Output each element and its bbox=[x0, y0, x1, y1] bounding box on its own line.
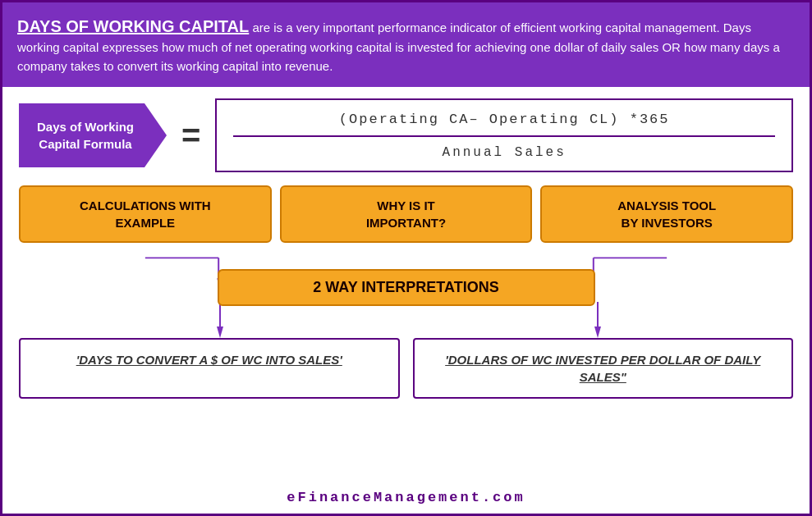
bottom-box-right-text: 'DOLLARS OF WC INVESTED PER DOLLAR OF DA… bbox=[445, 353, 760, 384]
vertical-connectors-svg bbox=[19, 302, 793, 338]
header-title-bold: DAYS OF WORKING CAPITAL bbox=[17, 17, 249, 35]
btn-why-important[interactable]: WHY IS ITIMPORTANT? bbox=[280, 185, 533, 243]
fraction-divider bbox=[233, 135, 775, 137]
svg-marker-9 bbox=[594, 326, 601, 338]
formula-label-line1: Days of Working bbox=[37, 120, 134, 134]
header-section: DAYS OF WORKING CAPITAL are is a very im… bbox=[2, 2, 810, 87]
formula-section: Days of Working Capital Formula = (Opera… bbox=[2, 87, 810, 180]
vertical-connectors bbox=[19, 302, 793, 338]
btn-analysis-tool[interactable]: ANALYSIS TOOLBY INVESTORS bbox=[540, 185, 793, 243]
btn-calculations[interactable]: CALCULATIONS WITHEXAMPLE bbox=[19, 185, 272, 243]
page-wrapper: DAYS OF WORKING CAPITAL are is a very im… bbox=[0, 0, 812, 516]
svg-marker-7 bbox=[217, 326, 223, 338]
equals-sign: = bbox=[181, 117, 200, 154]
interp-banner-wrapper: 2 WAY INTERPRETATIONS bbox=[218, 269, 595, 306]
bottom-box-left-text: 'DAYS TO CONVERT A $ OF WC INTO SALES' bbox=[76, 353, 342, 367]
interpretations-section: 2 WAY INTERPRETATIONS bbox=[2, 251, 810, 338]
buttons-row: CALCULATIONS WITHEXAMPLE WHY IS ITIMPORT… bbox=[2, 180, 810, 251]
fraction-numerator: (Operating CA– Operating CL) *365 bbox=[339, 112, 670, 127]
footer: eFinanceManagement.com bbox=[2, 483, 810, 514]
formula-arrow-label: Days of Working Capital Formula bbox=[19, 103, 167, 167]
arrows-and-banner: 2 WAY INTERPRETATIONS bbox=[19, 254, 793, 302]
footer-text: eFinanceManagement.com bbox=[287, 490, 525, 505]
bottom-box-right: 'DOLLARS OF WC INVESTED PER DOLLAR OF DA… bbox=[413, 338, 794, 399]
bottom-box-left: 'DAYS TO CONVERT A $ OF WC INTO SALES' bbox=[19, 338, 400, 399]
formula-label-line2: Capital Formula bbox=[39, 137, 131, 151]
fraction-box: (Operating CA– Operating CL) *365 Annual… bbox=[215, 98, 793, 172]
interp-banner[interactable]: 2 WAY INTERPRETATIONS bbox=[218, 269, 595, 306]
bottom-boxes-row: 'DAYS TO CONVERT A $ OF WC INTO SALES' '… bbox=[2, 338, 810, 404]
fraction-denominator: Annual Sales bbox=[443, 145, 567, 160]
interp-banner-text: 2 WAY INTERPRETATIONS bbox=[313, 279, 498, 295]
